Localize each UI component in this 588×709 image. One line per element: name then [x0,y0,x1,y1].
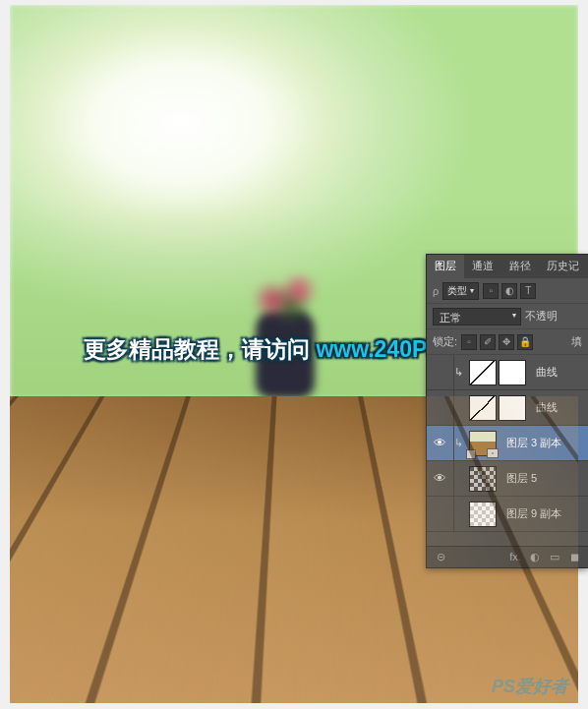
clip-arrow-icon: ↳ [454,366,464,379]
layers-list: 👁 ↳ 曲线 👁 曲线 👁 ↳ ▫ [427,355,588,552]
layer-label[interactable]: 曲线 [536,365,584,380]
layer-thumbs [464,395,531,421]
smart-object-badge: ▫ [487,448,499,458]
visibility-toggle[interactable]: 👁 [427,426,454,460]
filter-adjust-icon[interactable]: ◐ [501,283,517,299]
flowers-blur [246,275,334,325]
smart-sub-badge [466,449,476,459]
visibility-toggle[interactable]: 👁 [427,461,454,496]
layer-row[interactable]: 👁 ↳ 曲线 [427,355,588,390]
panel-footer: ⊝ fx. ◐ ▭ ◼ [427,546,588,567]
layers-panel: 图层 通道 路径 历史记 ρ 类型 ▫ ◐ T 正常 不透明 锁定: ▫ ✐ ✥… [426,254,588,568]
lock-position-icon[interactable]: ✥ [499,334,514,350]
link-icon[interactable]: ⊝ [433,551,448,563]
panel-tabs: 图层 通道 路径 历史记 [427,255,588,278]
watermark-part1: 更多精品教程，请访问 [84,336,316,362]
layer-label[interactable]: 图层 5 [506,471,584,486]
tab-layers[interactable]: 图层 [427,255,464,278]
tab-history[interactable]: 历史记 [539,255,587,278]
lock-brush-icon[interactable]: ✐ [480,334,496,350]
lock-row: 锁定: ▫ ✐ ✥ 🔒 填 [427,329,588,355]
new-folder-button[interactable]: ▭ [547,551,562,563]
layer-thumb[interactable] [469,502,497,527]
filter-magnify-icon: ρ [433,285,439,297]
site-brand: PS爱好者 [492,675,568,698]
layer-thumbs [464,360,531,385]
new-layer-button[interactable]: ◼ [566,551,582,563]
layer-row[interactable]: 👁 ↳ ▫ 图层 3 副本 [427,426,588,461]
fill-label: 填 [571,334,582,349]
opacity-label: 不透明 [525,309,558,324]
clip-arrow-icon: ↳ [454,437,464,449]
layer-label[interactable]: 图层 3 副本 [506,436,584,450]
filter-icons: ▫ ◐ T [483,283,536,299]
tab-paths[interactable]: 路径 [501,255,539,278]
adjustment-thumb[interactable] [469,360,497,385]
visibility-toggle[interactable]: 👁 [427,390,454,425]
filter-row: ρ 类型 ▫ ◐ T [427,278,588,304]
adjustment-thumb[interactable] [469,395,497,421]
layer-thumbs [464,502,501,527]
blend-mode-select[interactable]: 正常 [433,308,521,325]
footer-right-icons: fx. ◐ ▭ ◼ [507,551,582,563]
footer-left-icons: ⊝ [433,551,448,563]
mask-button[interactable]: ◐ [527,551,543,563]
filter-kind-select[interactable]: 类型 [442,282,479,300]
layer-label[interactable]: 曲线 [536,400,584,415]
layer-thumbs: ▫ [464,431,501,456]
mask-thumb[interactable] [499,360,526,385]
visibility-toggle[interactable]: 👁 [427,355,454,389]
layer-row[interactable]: 👁 图层 5 [427,461,588,497]
lock-icons: ▫ ✐ ✥ 🔒 [461,334,533,350]
lock-transparent-icon[interactable]: ▫ [461,334,477,350]
tab-channels[interactable]: 通道 [464,255,501,278]
layer-label[interactable]: 图层 9 副本 [506,506,584,521]
layer-thumbs [464,466,501,492]
layer-thumb[interactable] [469,466,497,492]
mask-thumb[interactable] [499,395,526,421]
filter-pixel-icon[interactable]: ▫ [483,283,499,299]
blend-row: 正常 不透明 [427,304,588,329]
filter-text-icon[interactable]: T [520,283,536,299]
layer-row[interactable]: 👁 图层 9 副本 [427,497,588,532]
layer-row[interactable]: 👁 曲线 [427,390,588,426]
lock-label: 锁定: [433,334,457,349]
visibility-toggle[interactable]: 👁 [427,497,454,531]
lock-all-icon[interactable]: 🔒 [517,334,533,350]
layer-thumb[interactable]: ▫ [469,431,497,456]
fx-button[interactable]: fx. [507,551,523,563]
